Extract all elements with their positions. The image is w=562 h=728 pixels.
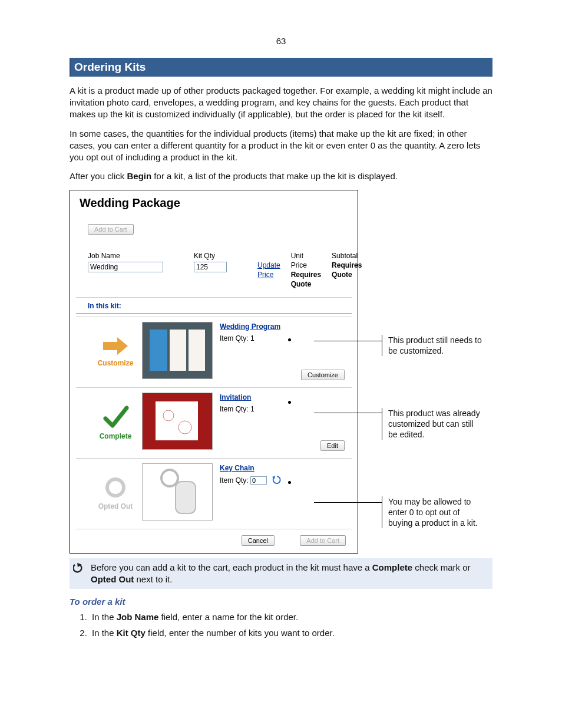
svg-rect-3 (170, 330, 186, 371)
body-paragraph: A kit is a product made up of other prod… (70, 85, 492, 121)
subtotal-value: Requires Quote (332, 261, 362, 279)
svg-rect-6 (156, 401, 198, 440)
section-heading: Ordering Kits (70, 58, 492, 77)
cancel-button[interactable]: Cancel (242, 535, 275, 546)
item-qty-value: 1 (250, 405, 254, 413)
svg-marker-0 (103, 337, 128, 355)
note-arrow-icon (73, 563, 85, 577)
body-paragraph: In some cases, the quantities for the in… (70, 128, 492, 164)
text: After you click (70, 171, 127, 181)
text: next to it. (134, 574, 172, 584)
text: In the (92, 628, 117, 638)
status-opted-out-label: Opted Out (98, 502, 133, 511)
callout-connector (314, 502, 382, 503)
text: check mark or (412, 562, 470, 572)
svg-rect-12 (176, 482, 196, 513)
customize-button[interactable]: Customize (301, 370, 345, 380)
callout-dot (288, 401, 291, 404)
kit-item-row: Customize Wedding Program Item Qty: 1 Cu… (76, 317, 352, 387)
text-bold: Job Name (117, 612, 159, 622)
procedure-heading: To order a kit (70, 596, 492, 608)
step-item: In the Job Name field, enter a name for … (90, 611, 492, 623)
text: field, enter a name for the kit order. (158, 612, 298, 622)
callout-text: You may be allowed to enter 0 to opt out… (382, 496, 482, 529)
product-thumbnail (142, 322, 213, 379)
add-to-cart-button[interactable]: Add to Cart (300, 535, 346, 546)
circle-outline-icon (104, 476, 127, 499)
product-name-link[interactable]: Invitation (220, 393, 348, 402)
ordered-steps: In the Job Name field, enter a name for … (70, 611, 492, 639)
job-name-input[interactable] (88, 262, 163, 272)
subtotal-header: Subtotal (332, 251, 362, 261)
kit-qty-field-group: Kit Qty (194, 251, 227, 289)
callouts-column: This product still needs to be customize… (358, 190, 492, 554)
kit-qty-input[interactable] (194, 262, 227, 272)
svg-point-9 (107, 479, 124, 496)
callout-dot (288, 338, 291, 341)
kit-title: Wedding Package (80, 195, 352, 211)
text-bold: Opted Out (91, 574, 134, 584)
edit-button[interactable]: Edit (320, 440, 345, 451)
callout-text: This product still needs to be customize… (382, 335, 482, 356)
job-name-label: Job Name (88, 251, 163, 261)
product-thumbnail (142, 393, 213, 450)
unit-price-header: Unit Price (291, 251, 321, 270)
update-price-link[interactable]: Update Price (257, 261, 280, 279)
text-bold: Complete (372, 562, 412, 572)
text: Before you can add a kit to the cart, ea… (91, 562, 372, 572)
item-qty-label: Item Qty: (220, 476, 249, 485)
item-qty-value: 1 (250, 334, 254, 342)
kit-item-row: Opted Out Key Chain Item Qty: (76, 458, 352, 529)
embedded-screenshot: Wedding Package Add to Cart Job Name Kit… (70, 190, 358, 554)
text-bold: Begin (127, 171, 152, 181)
callout-connector (314, 341, 382, 341)
product-name-link[interactable]: Wedding Program (220, 322, 348, 331)
refresh-icon[interactable] (272, 475, 282, 487)
checkmark-icon (102, 404, 129, 429)
svg-rect-4 (189, 330, 205, 371)
body-paragraph: After you click Begin for a kit, a list … (70, 170, 492, 182)
unit-price-value: Requires Quote (291, 271, 321, 288)
step-item: In the Kit Qty field, enter the number o… (90, 627, 492, 639)
text: In the (92, 612, 117, 622)
text-bold: Kit Qty (117, 628, 146, 638)
status-complete-label: Complete (100, 431, 132, 441)
product-name-link[interactable]: Key Chain (220, 463, 348, 473)
callout-connector (314, 413, 382, 413)
text: for a kit, a list of the products that m… (151, 171, 398, 181)
item-qty-input[interactable] (250, 476, 267, 485)
arrow-right-icon (102, 336, 129, 356)
page-number: 63 (70, 35, 492, 47)
status-customize-label: Customize (98, 358, 134, 368)
item-qty-label: Item Qty: (220, 405, 249, 413)
callout-text: This product was already customized but … (382, 408, 482, 440)
product-thumbnail (142, 463, 213, 521)
note-callout: Before you can add a kit to the cart, ea… (70, 558, 492, 589)
job-name-field-group: Job Name (88, 251, 163, 289)
in-this-kit-label: In this kit: (76, 301, 352, 311)
text: field, enter the number of kits you want… (146, 628, 335, 638)
kit-item-row: Complete Invitation Item Qty: 1 Edit (76, 387, 352, 458)
callout-dot (288, 481, 291, 484)
item-qty-label: Item Qty: (220, 334, 249, 342)
add-to-cart-button[interactable]: Add to Cart (88, 224, 134, 235)
kit-qty-label: Kit Qty (194, 251, 227, 261)
note-text: Before you can add a kit to the cart, ea… (91, 562, 489, 586)
svg-rect-2 (150, 330, 167, 371)
